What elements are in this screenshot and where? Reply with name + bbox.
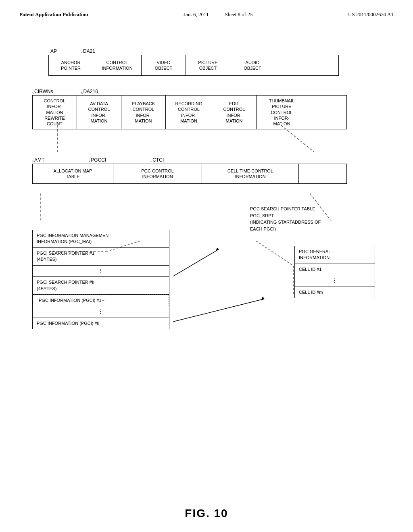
- cell-pgc-control-info: PGC CONTROLINFORMATION: [113, 164, 202, 183]
- row-right-dots: ⋮: [295, 275, 375, 287]
- row-pgci-search-pointer-1: PGCI SEARCH POINTER #1(4BYTES): [33, 248, 169, 266]
- cell-cell-time-control: CELL TIME CONTROLINFORMATION: [202, 164, 299, 183]
- section3-amt-pgcci-ctci: ⌞AMT ⌞PGCCI ⌞CTCI ALLOCATION MAPTABLE PG…: [32, 157, 347, 184]
- cell-avdata-control: AV DATACONTROLINFOR-MATION: [77, 96, 121, 129]
- cell-playback-control: PLAYBACKCONTROLINFOR-MATION: [121, 96, 166, 129]
- cell-audio-object: AUDIOOBJECT: [230, 55, 275, 75]
- amt-label: ⌞AMT: [32, 157, 44, 163]
- sheet-number: Sheet 8 of 25: [225, 11, 252, 18]
- section2-box-row: CONTROLINFOR-MATIONREWRITECOUNT AV DATAC…: [32, 95, 347, 129]
- cell-edit-control: EDITCONTROLINFOR-MATION: [212, 96, 257, 129]
- cell-video-object: VIDEOOBJECT: [142, 55, 186, 75]
- pgc-right-detail-box: PGC GENERALINFORMATION CELL ID #1 ⋮ CELL…: [294, 246, 375, 298]
- cell-thumbnail-control: THUMBNAILPICTURECONTROLINFOR-MATION: [257, 96, 307, 129]
- da21-label: ⌞DA21: [81, 48, 95, 54]
- row-cell-id-1: CELL ID #1: [295, 264, 375, 275]
- svg-line-6: [256, 241, 293, 266]
- svg-marker-9: [215, 247, 219, 251]
- row-dots-2: ⋮: [33, 306, 169, 318]
- row-pgc-general-info: PGC GENERALINFORMATION: [295, 246, 375, 264]
- ap-label: ⌞AP: [48, 48, 57, 54]
- section3-box-row: ALLOCATION MAPTABLE PGC CONTROLINFORMATI…: [32, 164, 347, 184]
- row-pgci-info-1: ​PGC INFORMATION (PGCI) #1⋯: [33, 295, 169, 306]
- publication-date: Jan. 6, 2011: [184, 11, 209, 18]
- cell-control-rewrite: CONTROLINFOR-MATIONREWRITECOUNT: [33, 96, 77, 129]
- cirwns-label: ⌞CIRWNs: [32, 89, 53, 94]
- row-dots-1: ⋮: [33, 266, 169, 277]
- da210-label: ⌞DA210: [81, 89, 98, 94]
- ctci-label: ⌞CTCI: [150, 157, 164, 163]
- row-cell-id-m: CELL ID #m: [295, 287, 375, 298]
- row-pgc-mai: PGC INFORMATION MANAGEMENTINFORMATION (P…: [33, 230, 169, 248]
- row-pgci-info-k: PGC INFORMATION (PGCI) #k: [33, 318, 169, 329]
- date-sheet-container: Jan. 6, 2011 Sheet 8 of 25: [184, 11, 252, 18]
- row-pgci-search-pointer-k: PGCI SEARCH POINTER #k(4BYTES): [33, 277, 169, 295]
- section1-ap-da21: ⌞AP ⌞DA21 ANCHORPOINTER CONTROLINFORMATI…: [48, 48, 339, 76]
- svg-line-10: [173, 299, 265, 322]
- cell-anchor-pointer: ANCHORPOINTER: [49, 55, 93, 75]
- section1-box-row: ANCHORPOINTER CONTROLINFORMATION VIDEOOB…: [48, 55, 339, 76]
- patent-number: US 2011/0002630 A1: [348, 11, 394, 18]
- figure-caption: FIG. 10: [0, 507, 413, 520]
- cell-picture-object: PICTUREOBJECT: [186, 55, 230, 75]
- pgcci-label: ⌞PGCCI: [89, 157, 106, 163]
- section2-cirwns-da210: ⌞CIRWNs ⌞DA210 CONTROLINFOR-MATIONREWRIT…: [32, 89, 347, 129]
- cell-allocation-map: ALLOCATION MAPTABLE: [33, 164, 113, 183]
- pgc-left-detail-box: PGC INFORMATION MANAGEMENTINFORMATION (P…: [32, 230, 169, 329]
- cell-recording-control: RECORDINGCONTROLINFOR-MATION: [166, 96, 212, 129]
- cell-control-info: CONTROLINFORMATION: [93, 55, 142, 75]
- publication-label: Patent Application Publication: [19, 11, 88, 18]
- pgc-search-pointer-desc: PGC SEARCH POINTER TABLE PGC_SRPT (INDIC…: [250, 206, 375, 232]
- svg-marker-11: [261, 296, 264, 300]
- svg-line-8: [173, 249, 219, 276]
